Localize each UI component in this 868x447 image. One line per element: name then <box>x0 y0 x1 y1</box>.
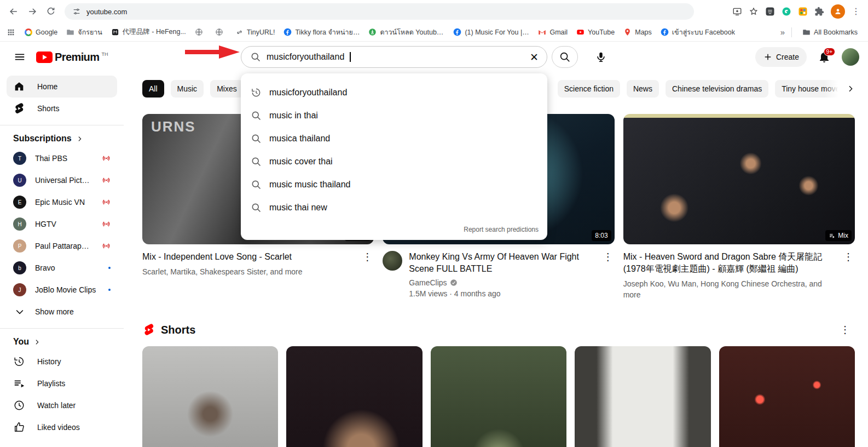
bookmark-item[interactable]: YouTube <box>572 25 618 39</box>
url-bar[interactable]: youtube.com <box>65 3 694 20</box>
shorts-logo-icon <box>142 323 155 336</box>
youtube-premium-logo[interactable]: Premium TH <box>36 51 108 63</box>
suggestion-item[interactable]: music in thai <box>241 104 547 127</box>
video-title[interactable]: Mix - Independent Love Song - Scarlet <box>142 251 354 263</box>
video-channel[interactable]: GameClips <box>409 278 594 287</box>
suggestion-item[interactable]: music thai new <box>241 196 547 219</box>
suggestion-item[interactable]: musica thailand <box>241 127 547 150</box>
bookmark-item[interactable]: 代理品牌 - HeFeng... <box>107 25 190 39</box>
short-thumbnail[interactable] <box>719 346 855 447</box>
sidebar-channel[interactable]: J JoBlo Movie Clips <box>0 279 124 301</box>
subscriptions-header[interactable]: Subscriptions <box>0 131 124 147</box>
chip-music[interactable]: Music <box>171 80 204 98</box>
site-settings-icon[interactable] <box>72 7 81 16</box>
logo-text: Premium <box>55 51 99 63</box>
search-button[interactable] <box>552 46 578 68</box>
forward-button[interactable] <box>24 3 40 20</box>
sidebar-item-watch-later[interactable]: Watch later <box>0 394 124 416</box>
account-avatar[interactable] <box>842 48 859 66</box>
bookmark-item[interactable]: TinyURL! <box>232 25 279 39</box>
short-thumbnail[interactable] <box>575 346 710 447</box>
extension-grammarly-icon[interactable] <box>782 7 791 16</box>
clear-search-button[interactable]: ✕ <box>524 47 545 67</box>
bookmark-item[interactable] <box>211 25 230 39</box>
bookmarks-right: » All Bookmarks <box>780 25 861 39</box>
chip-news[interactable]: News <box>627 80 659 98</box>
sidebar-item-home[interactable]: Home <box>7 76 117 98</box>
voice-search-button[interactable] <box>590 46 612 68</box>
extension-keyboard-icon[interactable] <box>765 7 775 16</box>
report-predictions-link[interactable]: Report search predictions <box>241 219 547 239</box>
search-icon <box>251 202 262 213</box>
reload-button[interactable] <box>43 3 59 20</box>
show-more-button[interactable]: Show more <box>0 301 124 323</box>
live-icon <box>102 176 111 185</box>
bookmark-item[interactable]: Maps <box>620 25 656 39</box>
extensions-puzzle-icon[interactable] <box>814 7 824 16</box>
suggestion-item[interactable]: music cover thai <box>241 150 547 173</box>
tab-share-icon[interactable] <box>732 7 742 16</box>
sidebar-item-shorts[interactable]: Shorts <box>7 98 117 119</box>
microphone-icon <box>595 51 607 63</box>
video-byline[interactable]: Joseph Koo, Wu Man, Hong Kong Chinese Or… <box>623 278 835 300</box>
search-icon <box>250 51 261 62</box>
bookmark-item[interactable]: (1) Music For You | F... <box>449 25 533 39</box>
thumbs-up-icon <box>13 421 25 433</box>
sidebar-channel[interactable]: H HGTV <box>0 213 124 235</box>
chip-chinese-tv-dramas[interactable]: Chinese television dramas <box>666 80 768 98</box>
bookmark-item[interactable]: ดาวน์โหลด Youtube -... <box>364 25 448 39</box>
bookmarks-overflow-button[interactable]: » <box>780 27 785 37</box>
video-thumbnail[interactable]: Mix <box>623 114 855 244</box>
chips-scroll-right-button[interactable] <box>824 80 855 98</box>
create-button[interactable]: Create <box>755 47 807 67</box>
toolbar-right: ⋮ <box>732 4 863 19</box>
sidebar-item-liked-videos[interactable]: Liked videos <box>0 416 124 438</box>
sidebar-channel[interactable]: E Epic Music VN <box>0 191 124 213</box>
video-menu-button[interactable]: ⋮ <box>842 251 855 300</box>
video-menu-button[interactable]: ⋮ <box>601 251 615 299</box>
suggestion-item[interactable]: music music thailand <box>241 173 547 196</box>
sidebar-item-playlists[interactable]: Playlists <box>0 373 124 394</box>
sidebar-item-history[interactable]: History <box>0 351 124 373</box>
bookmark-item[interactable]: Tikky flora จำหน่ายไม้... <box>280 25 363 39</box>
extension-colorful-icon[interactable] <box>798 7 808 16</box>
short-thumbnail[interactable] <box>142 346 278 447</box>
search-icon <box>559 51 571 63</box>
guide-menu-button[interactable] <box>9 46 31 68</box>
sidebar-channel[interactable]: U Universal Picture... <box>0 169 124 191</box>
video-title[interactable]: Monkey King Vs Army Of Heaven War Fight … <box>409 251 594 275</box>
live-icon <box>102 198 111 207</box>
apps-grid-icon[interactable] <box>7 28 15 37</box>
sidebar-channel[interactable]: b Bravo <box>0 257 124 279</box>
search-suggestions-dropdown: musicforyouthailand music in thai musica… <box>241 73 547 240</box>
bookmark-star-icon[interactable] <box>749 7 759 16</box>
you-header[interactable]: You <box>0 334 124 351</box>
globe-icon <box>215 28 223 36</box>
browser-menu-button[interactable]: ⋮ <box>852 7 860 16</box>
sidebar-channel[interactable]: P Paul Pattarapon ... <box>0 235 124 257</box>
chevron-right-icon <box>846 84 855 93</box>
chip-science-fiction[interactable]: Science fiction <box>558 80 620 98</box>
chip-all[interactable]: All <box>142 80 164 98</box>
bookmark-item[interactable]: เข้าสู่ระบบ Facebook <box>657 25 739 39</box>
all-bookmarks-button[interactable]: All Bookmarks <box>798 25 861 39</box>
video-title[interactable]: Mix - Heaven Sword and Dragon Sabre 倚天屠龍… <box>623 251 835 275</box>
bookmark-item[interactable]: Google <box>21 25 61 39</box>
browser-profile-avatar[interactable] <box>831 4 845 19</box>
short-thumbnail[interactable] <box>431 346 566 447</box>
channel-avatar[interactable] <box>383 251 402 271</box>
video-menu-button[interactable]: ⋮ <box>361 251 374 277</box>
bookmark-item[interactable] <box>191 25 210 39</box>
sidebar-channel[interactable]: T Thai PBS <box>0 147 124 169</box>
notifications-button[interactable]: 9+ <box>818 50 831 64</box>
bookmark-item[interactable]: Gmail <box>534 25 571 39</box>
chip-mixes[interactable]: Mixes <box>210 80 244 98</box>
shorts-menu-button[interactable]: ⋮ <box>838 324 852 336</box>
bookmark-folder[interactable]: จักรยาน <box>62 25 106 39</box>
video-byline[interactable]: Scarlet, Martika, Shakespears Sister, an… <box>142 266 354 277</box>
search-input[interactable]: musicforyouthailand ✕ <box>241 46 547 68</box>
suggestion-item[interactable]: musicforyouthailand <box>241 81 547 104</box>
short-thumbnail[interactable] <box>286 346 422 447</box>
shorts-section-header: Shorts ⋮ <box>142 323 855 336</box>
back-button[interactable] <box>5 3 22 20</box>
